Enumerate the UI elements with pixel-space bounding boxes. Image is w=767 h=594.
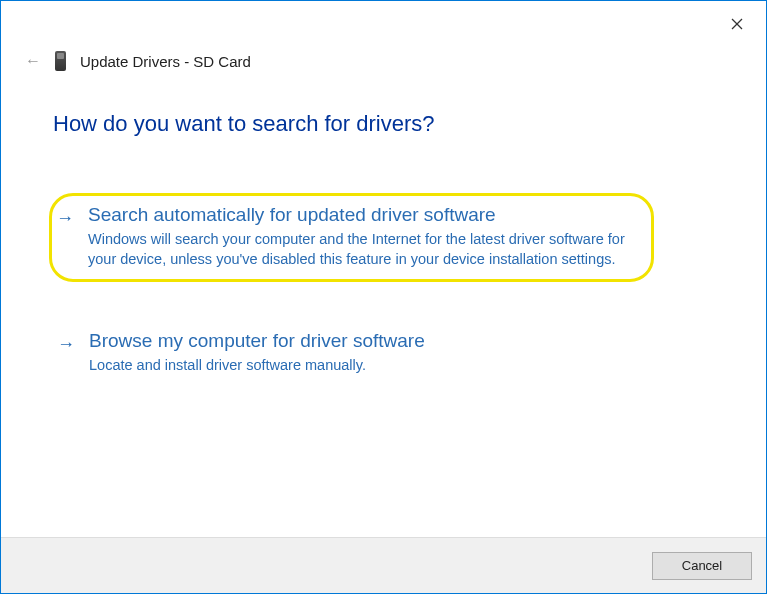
option-search-automatically[interactable]: → Search automatically for updated drive… [49, 193, 654, 282]
cancel-button[interactable]: Cancel [652, 552, 752, 580]
option-content: Browse my computer for driver software L… [89, 330, 700, 376]
option-description: Windows will search your computer and th… [88, 230, 637, 269]
device-icon [55, 51, 66, 71]
option-content: Search automatically for updated driver … [88, 204, 637, 269]
close-icon [731, 18, 743, 30]
dialog-title: Update Drivers - SD Card [80, 53, 251, 70]
header-row: ← Update Drivers - SD Card [1, 51, 766, 71]
main-content: How do you want to search for drivers? →… [1, 71, 766, 386]
footer-bar: Cancel [1, 537, 766, 593]
arrow-right-icon: → [57, 334, 75, 355]
back-arrow-icon[interactable]: ← [25, 52, 41, 70]
option-browse-computer[interactable]: → Browse my computer for driver software… [53, 322, 714, 386]
arrow-right-icon: → [56, 208, 74, 229]
close-button[interactable] [722, 9, 752, 39]
titlebar [1, 1, 766, 41]
option-title: Browse my computer for driver software [89, 330, 700, 352]
question-heading: How do you want to search for drivers? [53, 111, 714, 137]
option-description: Locate and install driver software manua… [89, 356, 700, 376]
option-title: Search automatically for updated driver … [88, 204, 637, 226]
